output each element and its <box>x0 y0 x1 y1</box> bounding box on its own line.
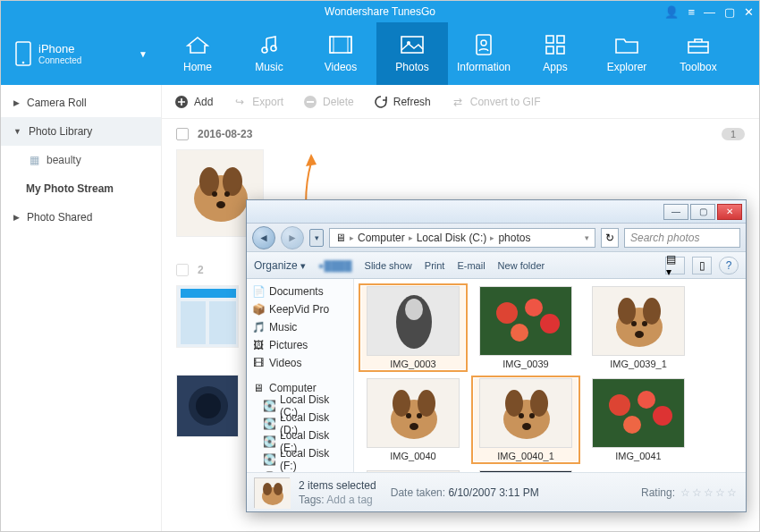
sidebar-item-beaulty[interactable]: ▦beaulty <box>1 146 161 174</box>
explorer-statusbar: 2 items selected Tags: Add a tag Date ta… <box>247 472 746 511</box>
minimize-button[interactable]: — <box>663 204 688 220</box>
refresh-button[interactable]: Refresh <box>374 95 431 109</box>
export-button[interactable]: ↪Export <box>232 95 283 109</box>
svg-point-25 <box>216 201 225 208</box>
add-button[interactable]: Add <box>174 95 213 109</box>
photos-icon <box>400 34 425 55</box>
forward-button[interactable]: ► <box>281 226 304 249</box>
nav-information[interactable]: Information <box>448 22 519 85</box>
photo-thumb[interactable] <box>176 285 239 348</box>
convert-gif-button[interactable]: ⇄Convert to GIF <box>451 95 541 109</box>
sidebar-item-my-photo-stream[interactable]: My Photo Stream <box>1 174 161 203</box>
file-name: IMG_0040_1 <box>497 451 554 461</box>
sidebar: ▶Camera Roll ▼Photo Library ▦beaulty My … <box>1 85 162 531</box>
sidebar-item-photo-shared[interactable]: ▶Photo Shared <box>1 203 161 232</box>
svg-point-63 <box>609 394 630 416</box>
svg-rect-12 <box>557 36 564 43</box>
file-IMG_0039_1[interactable]: IMG_0039_1 <box>587 286 690 369</box>
menu-icon[interactable]: ≡ <box>688 5 695 19</box>
svg-point-65 <box>653 406 672 426</box>
nav-explorer[interactable]: Explorer <box>591 22 663 85</box>
photo-thumb[interactable] <box>176 375 239 437</box>
preview-pane-button[interactable]: ▯ <box>692 257 712 274</box>
nav-videos[interactable]: Videos <box>305 22 376 85</box>
organize-menu[interactable]: Organize ▾ <box>254 259 306 272</box>
toolbox-icon <box>686 34 711 55</box>
help-button[interactable]: ? <box>719 257 739 274</box>
svg-rect-11 <box>546 36 553 43</box>
svg-point-57 <box>505 390 523 417</box>
explorer-tree: 📄Documents📦KeepVid Pro🎵Music🖼Pictures🎞Vi… <box>247 279 354 472</box>
svg-point-79 <box>274 483 283 495</box>
minus-icon <box>303 95 317 109</box>
export-icon: ↪ <box>232 95 247 109</box>
nav-photos[interactable]: Photos <box>376 22 448 85</box>
pic-icon: 🖼 <box>252 339 265 351</box>
svg-point-1 <box>22 62 25 64</box>
section-count: 1 <box>722 128 745 140</box>
file-IMG_0041[interactable]: IMG_0041 <box>587 378 690 461</box>
minimize-icon[interactable]: — <box>704 5 715 19</box>
tree-local-disk-f-[interactable]: 💽Local Disk (F:) <box>247 451 353 469</box>
blurred-item[interactable]: ●████ <box>318 260 352 271</box>
svg-point-78 <box>263 483 272 495</box>
svg-point-58 <box>530 390 548 417</box>
sidebar-item-camera-roll[interactable]: ▶Camera Roll <box>1 89 161 117</box>
apps-icon <box>543 34 568 55</box>
print-button[interactable]: Print <box>425 260 445 271</box>
svg-rect-18 <box>307 101 314 103</box>
view-mode-button[interactable]: ▤ ▾ <box>665 257 685 274</box>
home-icon <box>185 34 210 55</box>
tree-videos[interactable]: 🎞Videos <box>247 354 353 372</box>
file-thumb <box>367 378 460 448</box>
crumb-computer[interactable]: Computer <box>358 232 405 244</box>
crumb-folder[interactable]: photos <box>498 232 530 244</box>
date-taken: 6/10/2007 3:11 PM <box>448 486 538 499</box>
tree-pictures[interactable]: 🖼Pictures <box>247 336 353 354</box>
close-icon[interactable]: ✕ <box>744 5 754 19</box>
nav-music[interactable]: Music <box>233 22 305 85</box>
nav-apps[interactable]: Apps <box>519 22 591 85</box>
file-IMG_0040_1[interactable]: IMG_0040_1 <box>474 378 578 461</box>
chevron-right-icon: ▶ <box>13 98 20 107</box>
nav-home[interactable]: Home <box>162 22 233 85</box>
delete-button[interactable]: Delete <box>303 95 354 109</box>
select-all-checkbox[interactable] <box>176 128 189 140</box>
svg-point-21 <box>199 167 219 196</box>
tree-keepvid-pro[interactable]: 📦KeepVid Pro <box>247 300 353 318</box>
rating-stars[interactable]: ☆☆☆☆☆ <box>680 486 739 499</box>
computer-icon: 🖥 <box>335 232 346 244</box>
refresh-button[interactable]: ↻ <box>601 228 619 248</box>
tree-music[interactable]: 🎵Music <box>247 318 353 336</box>
explorer-address-bar: ◄ ► ▾ 🖥 ▸ Computer ▸ Local Disk (C:) ▸ p… <box>247 224 746 252</box>
device-selector[interactable]: iPhone Connected ▼ <box>1 22 162 85</box>
search-input[interactable]: Search photos <box>624 228 740 248</box>
select-all-checkbox-2[interactable] <box>176 264 189 276</box>
file-IMG_0040[interactable]: IMG_0040 <box>361 378 465 461</box>
content-toolbar: Add ↪Export Delete Refresh ⇄Convert to G… <box>162 85 759 119</box>
breadcrumb-bar[interactable]: 🖥 ▸ Computer ▸ Local Disk (C:) ▸ photos … <box>329 228 595 248</box>
disk-icon: 💽 <box>263 400 275 412</box>
file-name: IMG_0040 <box>390 451 435 461</box>
history-dropdown[interactable]: ▾ <box>309 229 324 247</box>
file-IMG_0039[interactable]: IMG_0039 <box>474 286 578 369</box>
svg-rect-7 <box>401 37 423 53</box>
svg-point-51 <box>418 390 435 417</box>
crumb-disk[interactable]: Local Disk (C:) <box>417 232 487 244</box>
maximize-icon[interactable]: ▢ <box>724 5 735 19</box>
sidebar-item-photo-library[interactable]: ▼Photo Library <box>1 117 161 146</box>
tags-value[interactable]: Add a tag <box>326 494 372 506</box>
close-button[interactable]: ✕ <box>717 204 742 220</box>
newfolder-button[interactable]: New folder <box>498 260 545 271</box>
email-button[interactable]: E-mail <box>457 260 485 271</box>
slideshow-button[interactable]: Slide show <box>365 260 412 271</box>
explorer-titlebar[interactable]: — ▢ ✕ <box>247 200 746 224</box>
refresh-icon <box>374 95 388 109</box>
maximize-button[interactable]: ▢ <box>690 204 715 220</box>
back-button[interactable]: ◄ <box>252 226 275 249</box>
titlebar: Wondershare TunesGo 👤 ≡ — ▢ ✕ <box>1 1 759 22</box>
tree-documents[interactable]: 📄Documents <box>247 283 353 300</box>
file-IMG_0003[interactable]: IMG_0003 <box>361 286 465 369</box>
user-icon[interactable]: 👤 <box>664 5 679 19</box>
nav-toolbox[interactable]: Toolbox <box>663 22 734 85</box>
